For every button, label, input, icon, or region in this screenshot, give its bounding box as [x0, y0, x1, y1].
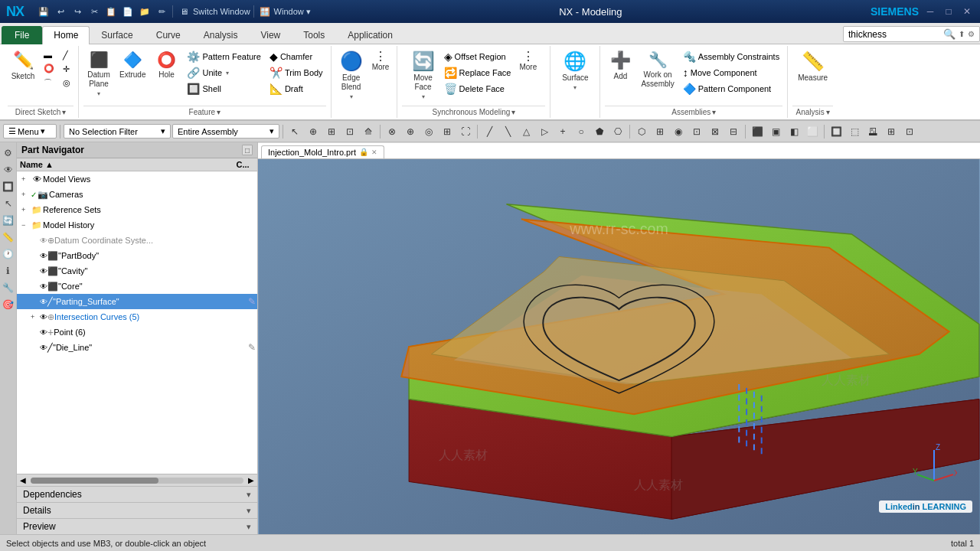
- intersection-curves-toggle[interactable]: +: [31, 313, 40, 321]
- tb-icon24[interactable]: ⊟: [725, 123, 742, 140]
- nav-item-datum-coord[interactable]: 👁 ⊕ Datum Coordinate Syste...: [17, 233, 257, 248]
- save-icon[interactable]: 💾: [36, 4, 51, 19]
- assembly-constraints-button[interactable]: 🔩 Assembly Constraints: [680, 49, 782, 64]
- tb-icon8[interactable]: ◎: [420, 123, 437, 140]
- tb-icon7[interactable]: ⊕: [402, 123, 419, 140]
- nav-item-core[interactable]: 👁 ⬛ "Core": [17, 279, 257, 294]
- assembly-scope-dropdown[interactable]: Entire Assembly ▾: [172, 124, 279, 139]
- tab-analysis[interactable]: Analysis: [192, 26, 250, 44]
- tab-file[interactable]: File: [2, 26, 42, 44]
- left-icon-clock[interactable]: 🕐: [1, 246, 16, 262]
- add-component-button[interactable]: ➕ Add: [605, 49, 635, 83]
- part-navigator-expand-button[interactable]: □: [242, 145, 253, 155]
- left-icon-settings[interactable]: ⚙: [1, 145, 16, 161]
- assemblies-label[interactable]: Assemblies ▾: [605, 106, 782, 116]
- select-icon[interactable]: ↖: [286, 123, 303, 140]
- datum-plane-button[interactable]: ⬛ DatumPlane ▾: [83, 49, 114, 99]
- tb-icon15[interactable]: +: [554, 123, 571, 140]
- preview-header[interactable]: Preview ▾: [17, 519, 257, 534]
- nav-item-cameras[interactable]: + ✓ 📷 Cameras: [17, 187, 257, 202]
- details-header[interactable]: Details ▾: [17, 503, 257, 518]
- pattern-component-button[interactable]: 🔷 Pattern Component: [680, 81, 782, 96]
- tb-icon10[interactable]: ⛶: [457, 123, 474, 140]
- tb-icon12[interactable]: ╲: [499, 123, 516, 140]
- tab-view[interactable]: View: [249, 26, 292, 44]
- scroll-track[interactable]: [31, 478, 243, 484]
- replace-face-button[interactable]: 🔁 Replace Face: [441, 65, 514, 80]
- left-icon-tools2[interactable]: 🔧: [1, 280, 16, 295]
- open-icon[interactable]: 📁: [137, 4, 152, 19]
- tb-icon5[interactable]: ⟰: [360, 123, 377, 140]
- tab-curve[interactable]: Curve: [145, 26, 192, 44]
- window-icon[interactable]: 🪟: [257, 4, 273, 19]
- scroll-thumb[interactable]: [31, 478, 158, 484]
- tb-icon4[interactable]: ⊡: [341, 123, 358, 140]
- tb-icon18[interactable]: ⎔: [609, 123, 626, 140]
- left-icon-info[interactable]: ℹ: [1, 263, 16, 279]
- search-icon[interactable]: 🔍: [943, 28, 956, 40]
- switch-window-icon[interactable]: 🖥: [176, 4, 191, 19]
- left-icon-view[interactable]: 👁: [1, 162, 16, 178]
- datum-plane-arrow[interactable]: ▾: [96, 90, 102, 97]
- hole-button[interactable]: ⭕ Hole: [151, 49, 181, 81]
- tb-icon23[interactable]: ⊠: [707, 123, 724, 140]
- viewport-tab-item[interactable]: Injection_Mold_Intro.prt 🔒 ✕: [261, 145, 384, 158]
- nav-scrollbar[interactable]: ◀ ▶: [17, 474, 257, 486]
- left-icon-rotate[interactable]: 🔄: [1, 213, 16, 228]
- sketch-plus-icon[interactable]: ✛: [60, 63, 74, 76]
- left-icon-3d[interactable]: 🔲: [1, 179, 16, 194]
- sketch-line-icon[interactable]: ╱: [60, 49, 74, 62]
- pattern-feature-button[interactable]: ⚙️ Pattern Feature: [184, 49, 263, 64]
- tb-icon22[interactable]: ⊡: [688, 123, 705, 140]
- redo-icon[interactable]: ↪: [70, 4, 85, 19]
- move-face-button[interactable]: 🔄 MoveFace ▾: [408, 49, 439, 102]
- scroll-right-arrow[interactable]: ▶: [247, 476, 256, 484]
- menu-dropdown[interactable]: ☰ Menu ▾: [3, 124, 57, 139]
- unite-arrow[interactable]: ▾: [224, 70, 230, 77]
- tb-icon6[interactable]: ⊗: [384, 123, 400, 140]
- offset-region-button[interactable]: ◈ Offset Region: [441, 49, 514, 64]
- tb-icon13[interactable]: △: [518, 123, 534, 140]
- tab-tools[interactable]: Tools: [292, 26, 336, 44]
- undo-icon[interactable]: ↩: [53, 4, 68, 19]
- sync-modeling-label[interactable]: Synchronous Modeling ▾: [402, 106, 545, 116]
- nav-item-model-views[interactable]: + 👁 Model Views: [17, 171, 257, 187]
- move-face-arrow[interactable]: ▾: [420, 93, 426, 100]
- tb-icon27[interactable]: ◧: [786, 123, 802, 140]
- direct-sketch-label[interactable]: Direct Sketch ▾: [8, 106, 74, 116]
- nav-item-intersection-curves[interactable]: + 👁 ⊕ Intersection Curves (5): [17, 309, 257, 324]
- tb-icon33[interactable]: ⊡: [901, 123, 918, 140]
- edge-blend-arrow[interactable]: ▾: [348, 93, 354, 100]
- tb-icon30[interactable]: ⬚: [846, 123, 863, 140]
- move-component-button[interactable]: ↕ Move Component: [680, 65, 782, 80]
- tab-surface[interactable]: Surface: [90, 26, 144, 44]
- arc-icon[interactable]: ⌒: [41, 76, 57, 90]
- switch-window-label[interactable]: Switch Window: [193, 7, 250, 16]
- nav-item-part-body[interactable]: 👁 ⬛ "PartBody": [17, 248, 257, 263]
- nav-item-cavity[interactable]: 👁 ⬛ "Cavity": [17, 263, 257, 279]
- tb-icon17[interactable]: ⬟: [591, 123, 608, 140]
- settings-icon[interactable]: ⚙: [968, 30, 975, 38]
- search-input[interactable]: [848, 29, 940, 40]
- cut-icon[interactable]: ✂: [87, 4, 102, 19]
- view-3d-icon[interactable]: 🗳: [864, 123, 881, 140]
- nav-sort-icon[interactable]: ▲: [45, 160, 54, 169]
- left-icon-select[interactable]: ↖: [1, 196, 16, 211]
- tb-icon19[interactable]: ⬡: [633, 123, 650, 140]
- window-minimize-button[interactable]: ─: [923, 5, 937, 18]
- cameras-toggle[interactable]: +: [21, 191, 31, 198]
- circle-icon[interactable]: ⭕: [41, 62, 57, 75]
- tb-icon3[interactable]: ⊞: [323, 123, 340, 140]
- left-icon-snap[interactable]: 🎯: [1, 297, 16, 312]
- window-close-button[interactable]: ✕: [960, 5, 974, 18]
- 3d-viewport[interactable]: www.rr-sc.com 人人素材 人人素材 人人素材 Z X Y: [258, 159, 980, 534]
- nav-item-reference-sets[interactable]: + 📁 Reference Sets: [17, 202, 257, 217]
- surface-arrow[interactable]: ▾: [572, 84, 578, 91]
- more-sync-button[interactable]: ⋮ More: [516, 49, 540, 73]
- model-views-toggle[interactable]: +: [21, 175, 31, 183]
- feature-label[interactable]: Feature ▾: [83, 106, 326, 116]
- pen-icon[interactable]: ✏: [154, 4, 169, 19]
- tb-icon14[interactable]: ▷: [536, 123, 553, 140]
- tb-icon16[interactable]: ○: [573, 123, 590, 140]
- viewport-close-icon[interactable]: ✕: [371, 148, 377, 156]
